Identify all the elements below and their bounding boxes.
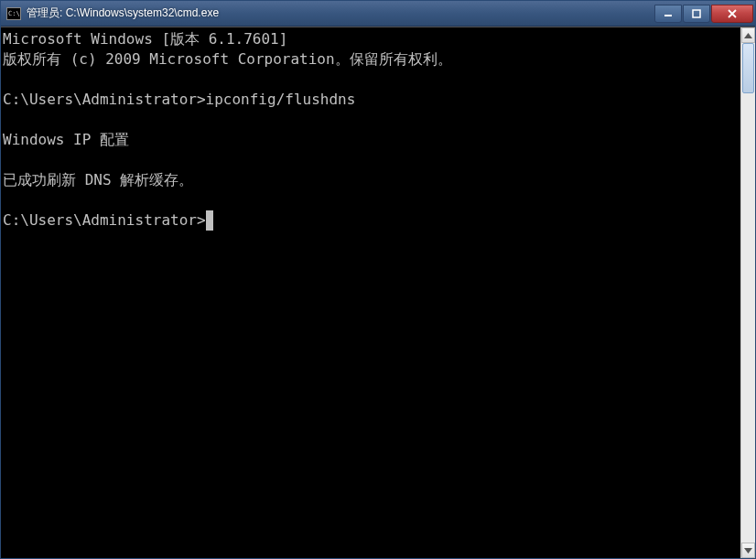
maximize-button[interactable] [683,5,710,23]
client-area: Microsoft Windows [版本 6.1.7601] 版权所有 (c)… [1,27,755,558]
window-title: 管理员: C:\Windows\system32\cmd.exe [27,5,654,21]
prompt-path: C:\Users\Administrator> [3,91,206,108]
minimize-button[interactable] [654,5,682,23]
svg-rect-1 [693,10,700,17]
version-line: Microsoft Windows [版本 6.1.7601] [3,30,287,48]
scroll-down-button[interactable] [741,543,755,558]
copyright-line: 版权所有 (c) 2009 Microsoft Corporation。保留所有… [3,50,452,68]
command-text: ipconfig/flushdns [206,91,356,108]
text-cursor [206,210,213,231]
close-button[interactable] [711,5,753,23]
output-result: 已成功刷新 DNS 解析缓存。 [3,171,193,188]
scroll-up-button[interactable] [741,27,755,43]
output-header: Windows IP 配置 [3,131,129,148]
terminal-output[interactable]: Microsoft Windows [版本 6.1.7601] 版权所有 (c)… [3,27,740,558]
scroll-track[interactable] [741,43,755,543]
window-controls [654,5,753,23]
cmd-window: C:\ 管理员: C:\Windows\system32\cmd.exe Mic… [0,0,756,559]
svg-rect-0 [664,15,672,16]
cmd-icon: C:\ [6,7,21,20]
prompt-path: C:\Users\Administrator> [3,211,206,229]
titlebar[interactable]: C:\ 管理员: C:\Windows\system32\cmd.exe [1,1,755,27]
scroll-thumb[interactable] [742,43,754,93]
vertical-scrollbar[interactable] [740,27,755,558]
